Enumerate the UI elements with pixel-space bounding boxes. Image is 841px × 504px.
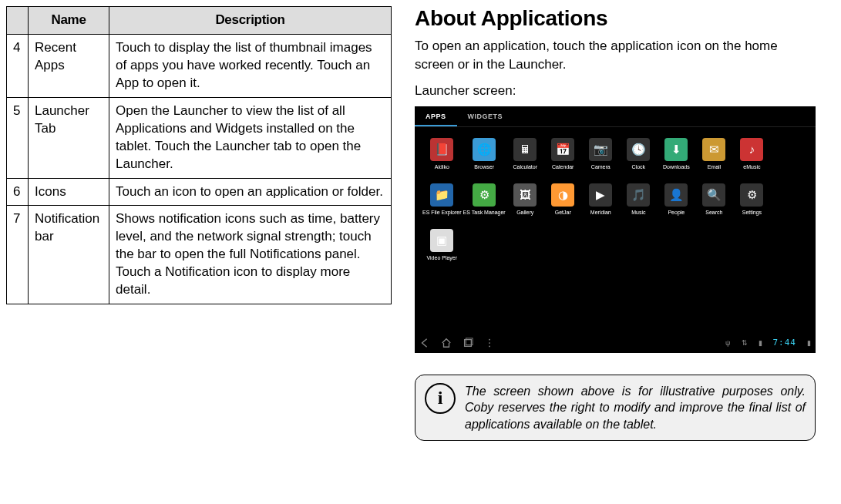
- app-item[interactable]: ⚙ES Task Manager: [463, 183, 506, 215]
- app-item[interactable]: 👤People: [658, 183, 695, 215]
- app-label: Settings: [742, 210, 762, 215]
- app-label: Camera: [591, 164, 611, 170]
- app-label: Aldiko: [435, 164, 449, 170]
- row-num: 5: [7, 97, 29, 178]
- app-item[interactable]: 🌐Browser: [463, 138, 506, 170]
- row-name: Icons: [29, 178, 109, 206]
- battery-icon: ▮: [807, 339, 811, 347]
- app-label: Browser: [474, 164, 494, 170]
- app-icon: 📷: [589, 138, 612, 161]
- info-text: The screen shown above is for illustrati…: [465, 383, 806, 433]
- nav-bar: ψ ⇅ ▮ 7:44 ▮: [415, 333, 816, 353]
- app-icon: ♪: [740, 138, 763, 161]
- tab-widgets[interactable]: WIDGETS: [457, 106, 514, 126]
- app-item[interactable]: 🎵Music: [621, 183, 657, 215]
- app-item[interactable]: ⚙Settings: [734, 183, 770, 215]
- row-desc: Touch to display the list of thumbnail i…: [109, 34, 392, 97]
- app-label: Meridian: [590, 210, 611, 215]
- app-label: GetJar: [555, 210, 571, 215]
- app-label: eMusic: [743, 164, 760, 170]
- row-name: Launcher Tab: [29, 97, 109, 178]
- wifi-icon: ⇅: [742, 339, 748, 347]
- table-row: 5Launcher TabOpen the Launcher to view t…: [7, 97, 392, 178]
- row-name: Notification bar: [29, 206, 109, 304]
- screenshot-label: Launcher screen:: [415, 83, 816, 99]
- app-label: Downloads: [663, 164, 690, 170]
- app-icon: ⚙: [740, 183, 763, 207]
- usb-icon: ψ: [725, 339, 730, 347]
- row-name: Recent Apps: [29, 34, 109, 97]
- signal-icon: ▮: [759, 339, 762, 347]
- back-icon[interactable]: [419, 338, 430, 348]
- app-item[interactable]: 📕Aldiko: [422, 138, 462, 170]
- info-icon: i: [425, 383, 456, 414]
- app-icon: ⚙: [473, 183, 496, 207]
- row-desc: Touch an icon to open an application or …: [109, 178, 392, 206]
- tab-apps[interactable]: APPS: [415, 106, 457, 126]
- app-label: Email: [708, 164, 722, 170]
- tablet-screenshot: APPS WIDGETS 📕Aldiko🌐Browser🖩Calculator📅…: [415, 106, 816, 353]
- app-label: ES Task Manager: [463, 210, 506, 215]
- home-icon[interactable]: [441, 338, 452, 348]
- app-item[interactable]: ▶Meridian: [583, 183, 619, 215]
- app-item[interactable]: ✉Email: [696, 138, 732, 170]
- app-label: People: [668, 210, 685, 215]
- table-row: 6IconsTouch an icon to open an applicati…: [7, 178, 392, 206]
- app-item[interactable]: ♪eMusic: [734, 138, 770, 170]
- app-item[interactable]: ◑GetJar: [545, 183, 581, 215]
- header-name: Name: [29, 7, 109, 35]
- ui-elements-table: Name Description 4Recent AppsTouch to di…: [6, 6, 392, 304]
- section-heading: About Applications: [415, 6, 816, 31]
- app-item[interactable]: 🔍Search: [696, 183, 732, 215]
- svg-point-2: [489, 338, 490, 340]
- app-label: Search: [705, 210, 722, 215]
- info-box: i The screen shown above is for illustra…: [415, 375, 816, 442]
- app-item[interactable]: 📁ES File Explorer: [422, 183, 462, 215]
- app-icon: 🖼: [513, 183, 537, 207]
- app-icon: 🖩: [513, 138, 537, 161]
- app-item[interactable]: 📷Camera: [583, 138, 619, 170]
- row-num: 6: [7, 178, 29, 206]
- svg-point-4: [489, 345, 490, 347]
- app-item[interactable]: 📅Calendar: [545, 138, 581, 170]
- app-icon: 📅: [551, 138, 574, 161]
- table-row: 7Notification barShows notification icon…: [7, 206, 392, 304]
- app-icon: ✉: [702, 138, 725, 161]
- app-item[interactable]: 🖩Calculator: [507, 138, 543, 170]
- app-icon: 🕓: [627, 138, 650, 161]
- app-icon: ◑: [551, 183, 574, 207]
- app-label: Music: [631, 210, 645, 215]
- app-icon: ▣: [430, 229, 453, 252]
- app-label: Calendar: [552, 164, 574, 170]
- app-icon: 👤: [664, 183, 688, 207]
- header-blank: [7, 7, 29, 35]
- app-item[interactable]: ⬇Downloads: [658, 138, 695, 170]
- row-desc: Shows notification icons such as time, b…: [109, 206, 392, 304]
- app-icon: ▶: [589, 183, 612, 207]
- menu-icon[interactable]: [484, 338, 495, 348]
- app-label: Clock: [632, 164, 646, 170]
- app-item[interactable]: 🕓Clock: [621, 138, 657, 170]
- row-num: 7: [7, 206, 29, 304]
- app-label: ES File Explorer: [422, 210, 462, 215]
- app-label: Gallery: [516, 210, 533, 215]
- intro-text: To open an application, touch the applic…: [415, 37, 816, 74]
- app-label: Video Player: [427, 255, 458, 260]
- app-icon: 🌐: [473, 138, 496, 161]
- app-icon: 📁: [430, 183, 453, 207]
- recent-icon[interactable]: [463, 338, 473, 348]
- header-description: Description: [109, 7, 392, 35]
- app-icon: 📕: [430, 138, 453, 161]
- app-icon: 🎵: [627, 183, 650, 207]
- app-icon: 🔍: [702, 183, 725, 207]
- app-item[interactable]: ▣Video Player: [422, 229, 462, 260]
- app-icon: ⬇: [664, 138, 688, 161]
- row-desc: Open the Launcher to view the list of al…: [109, 97, 392, 178]
- app-item[interactable]: 🖼Gallery: [507, 183, 543, 215]
- table-row: 4Recent AppsTouch to display the list of…: [7, 34, 392, 97]
- svg-point-3: [489, 342, 490, 344]
- app-label: Calculator: [513, 164, 537, 170]
- row-num: 4: [7, 34, 29, 97]
- status-time: 7:44: [773, 338, 797, 348]
